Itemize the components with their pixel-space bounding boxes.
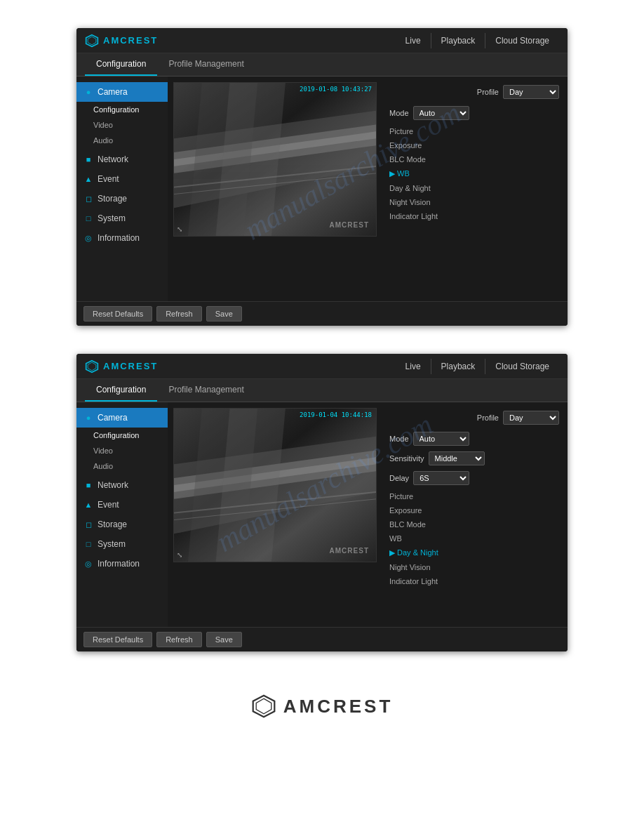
menu-indicator-1[interactable]: Indicator Light (385, 209, 559, 223)
nav-playback-1[interactable]: Playback (431, 33, 486, 48)
tab-configuration-1[interactable]: Configuration (85, 53, 157, 76)
sidebar-item-camera-2[interactable]: ● Camera (76, 408, 168, 428)
sidebar-item-network-2[interactable]: ■ Network (76, 475, 168, 495)
reset-defaults-btn-1[interactable]: Reset Defaults (83, 306, 152, 322)
video-feed-1: 2019-01-08 10:43:27 AMCREST ⤡ (173, 82, 377, 237)
tab-profile-2[interactable]: Profile Management (157, 379, 255, 402)
sidebar-system-label-2: System (98, 539, 126, 549)
sidebar-item-info-1[interactable]: ◎ Information (76, 228, 168, 248)
sidebar-item-storage-1[interactable]: ◻ Storage (76, 189, 168, 208)
menu-picture-1[interactable]: Picture (385, 124, 559, 138)
sensitivity-row-2: Sensitivity Low Middle High (385, 450, 559, 467)
menu-daynight-2[interactable]: ▶ Day & Night (385, 545, 559, 560)
nav-2: Live Playback Cloud Storage (396, 359, 559, 374)
sidebar-camera-label-1: Camera (98, 87, 128, 97)
sensitivity-select-2[interactable]: Low Middle High (429, 451, 485, 465)
tab-profile-1[interactable]: Profile Management (157, 53, 255, 76)
feed-svg-2 (174, 409, 376, 562)
nav-cloud-2[interactable]: Cloud Storage (485, 359, 559, 374)
sidebar-sub-audio-1[interactable]: Audio (76, 133, 168, 148)
header-2: AMCREST Live Playback Cloud Storage (76, 354, 568, 379)
menu-daynight-1[interactable]: Day & Night (385, 181, 559, 195)
brand-name-1: AMCREST (103, 35, 158, 46)
sidebar-info-label-1: Information (98, 233, 140, 243)
menu-wb-2[interactable]: WB (385, 531, 559, 545)
svg-marker-23 (256, 699, 271, 714)
footer-2: Reset Defaults Refresh Save (76, 627, 568, 651)
refresh-btn-1[interactable]: Refresh (156, 306, 202, 322)
expand-icon-2[interactable]: ⤡ (177, 551, 182, 559)
mode-label-1: Mode (389, 109, 409, 117)
menu-blc-1[interactable]: BLC Mode (385, 152, 559, 166)
sidebar-sub-video-1[interactable]: Video (76, 117, 168, 133)
video-timestamp-1: 2019-01-08 10:43:27 (300, 86, 372, 93)
menu-nightvision-1[interactable]: Night Vision (385, 195, 559, 209)
sidebar-item-info-2[interactable]: ◎ Information (76, 554, 168, 574)
nav-live-1[interactable]: Live (396, 33, 431, 48)
network-icon-1: ■ (83, 154, 93, 164)
expand-icon-1[interactable]: ⤡ (177, 225, 182, 233)
sidebar-sub-audio-2[interactable]: Audio (76, 458, 168, 474)
menu-wb-1[interactable]: ▶ WB (385, 166, 559, 181)
mode-row-1: Mode Auto Manual (385, 105, 559, 121)
sidebar-storage-label-2: Storage (98, 519, 127, 529)
brand-logo-svg (251, 694, 276, 719)
sidebar-item-camera-1[interactable]: ● Camera (76, 82, 168, 102)
storage-icon-1: ◻ (83, 194, 93, 204)
settings-panel-2: Profile Day Night Normal Mode Auto (382, 408, 562, 621)
delay-select-2[interactable]: 6S 30S 5Min (413, 471, 469, 485)
info-icon-1: ◎ (83, 233, 93, 243)
save-btn-1[interactable]: Save (206, 306, 242, 322)
sidebar-sub-video-2[interactable]: Video (76, 443, 168, 458)
settings-menu-1: Picture Exposure BLC Mode ▶ WB Day & Nig… (385, 124, 559, 223)
nav-cloud-1[interactable]: Cloud Storage (485, 33, 559, 48)
refresh-btn-2[interactable]: Refresh (156, 632, 202, 647)
save-btn-2[interactable]: Save (206, 632, 242, 647)
info-icon-2: ◎ (83, 559, 93, 569)
brand-name-footer: AMCREST (283, 696, 394, 717)
menu-picture-2[interactable]: Picture (385, 489, 559, 503)
profile-select-2[interactable]: Day Night Normal (503, 411, 559, 425)
video-timestamp-2: 2019-01-04 10:44:18 (300, 411, 372, 418)
mode-select-1[interactable]: Auto Manual (413, 106, 469, 120)
delay-label-2: Delay (389, 474, 409, 482)
menu-exposure-2[interactable]: Exposure (385, 503, 559, 517)
profile-select-1[interactable]: Day Night Normal (503, 85, 559, 99)
profile-row-1: Profile Day Night Normal (385, 85, 559, 99)
camera-panel-2: AMCREST Live Playback Cloud Storage Conf… (76, 354, 568, 651)
sidebar-storage-label-1: Storage (98, 194, 127, 204)
sidebar-item-storage-2[interactable]: ◻ Storage (76, 515, 168, 534)
sidebar-item-system-2[interactable]: □ System (76, 534, 168, 554)
menu-blc-2[interactable]: BLC Mode (385, 517, 559, 531)
brand-name-2: AMCREST (103, 361, 158, 371)
sidebar-sub-configuration-2[interactable]: Configuration (76, 428, 168, 443)
nav-live-2[interactable]: Live (396, 359, 431, 374)
sidebar-event-label-2: Event (98, 500, 119, 510)
mode-row-2: Mode Auto Manual (385, 430, 559, 447)
mode-select-2[interactable]: Auto Manual (413, 432, 469, 446)
settings-panel-1: Profile Day Night Normal Mode Auto (382, 82, 562, 296)
menu-nightvision-2[interactable]: Night Vision (385, 560, 559, 574)
logo-1: AMCREST (85, 34, 158, 48)
camera-icon-1: ● (83, 87, 93, 97)
video-watermark-2: AMCREST (330, 547, 369, 555)
sidebar-system-label-1: System (98, 213, 126, 223)
video-watermark-1: AMCREST (330, 221, 369, 229)
network-icon-2: ■ (83, 480, 93, 490)
sidebar-item-network-1[interactable]: ■ Network (76, 150, 168, 169)
tab-configuration-2[interactable]: Configuration (85, 379, 157, 402)
sidebar-item-event-2[interactable]: ▲ Event (76, 495, 168, 515)
menu-indicator-2[interactable]: Indicator Light (385, 574, 559, 588)
sidebar-sub-configuration-1[interactable]: Configuration (76, 102, 168, 117)
sidebar-item-system-1[interactable]: □ System (76, 208, 168, 228)
menu-exposure-1[interactable]: Exposure (385, 138, 559, 152)
system-icon-1: □ (83, 213, 93, 223)
reset-defaults-btn-2[interactable]: Reset Defaults (83, 632, 152, 647)
sidebar-item-event-1[interactable]: ▲ Event (76, 169, 168, 189)
nav-playback-2[interactable]: Playback (431, 359, 486, 374)
main-content-2: 2019-01-04 10:44:18 AMCREST ⤡ Profile Da… (168, 402, 568, 627)
sidebar-camera-label-2: Camera (98, 413, 128, 423)
tabs-1: Configuration Profile Management (76, 53, 568, 77)
svg-marker-1 (88, 37, 96, 45)
camera-icon-2: ● (83, 413, 93, 423)
